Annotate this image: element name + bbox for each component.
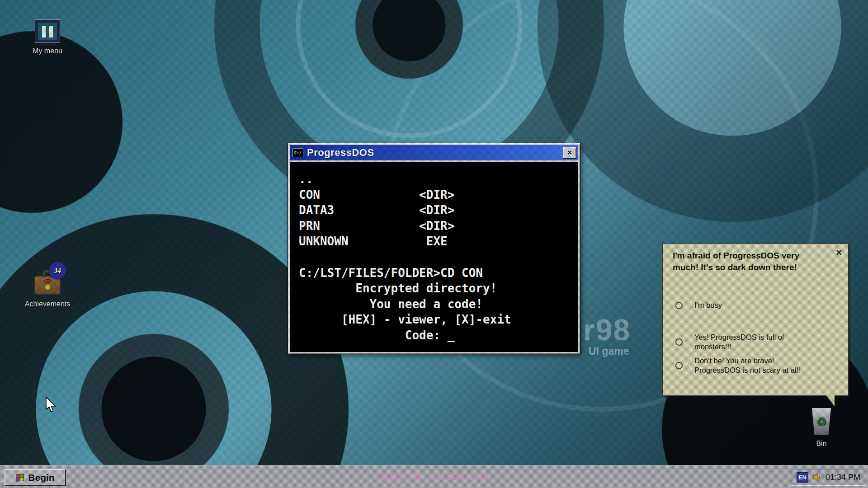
close-button[interactable]: × (563, 147, 576, 159)
msdos-icon: C:/ (292, 148, 303, 157)
popup-option-label: I'm busy (694, 300, 722, 310)
terminal-screen[interactable]: .. CON <DIR> DATA3 <DIR> PRN <DIR> UNKNO… (290, 162, 578, 352)
desktop-icon-bin[interactable]: ♻ Bin (797, 408, 846, 448)
window-title: ProgressDOS (307, 147, 374, 159)
watermark-text: 最稳定下载：CNLEDU.COM (0, 472, 868, 483)
desktop-icon-my-menu[interactable]: My menu (18, 20, 77, 55)
desktop: r98 UI game My menu 34 Achievements ♻ Bi… (0, 0, 868, 488)
window-titlebar[interactable]: C:/ ProgressDOS × (290, 145, 578, 160)
tray-clock: 01:34 PM (826, 473, 860, 482)
wallpaper-subtitle-text: UI game (589, 345, 629, 357)
radio-button[interactable] (675, 302, 683, 309)
system-tray: EN 01:34 PM (792, 469, 865, 486)
popup-speech-tail (826, 394, 835, 406)
popup-option-yes-monsters[interactable]: Yes! ProgressDOS is full of monsters!!! (675, 333, 802, 352)
taskbar: Begin 最稳定下载：CNLEDU.COM EN 01:34 PM (0, 465, 868, 488)
desktop-icon-achievements[interactable]: 34 Achievements (18, 270, 77, 308)
recycle-bin-icon: ♻ (811, 408, 832, 435)
my-menu-icon (35, 20, 60, 42)
radio-button[interactable] (675, 338, 683, 346)
achievements-count-badge: 34 (49, 262, 66, 279)
my-menu-label: My menu (18, 47, 77, 55)
popup-option-label: Yes! ProgressDOS is full of monsters!!! (694, 333, 802, 352)
achievements-briefcase-icon: 34 (32, 270, 63, 296)
popup-option-im-busy[interactable]: I'm busy (675, 300, 722, 310)
popup-option-label: Don't be! You are brave! ProgressDOS is … (694, 356, 802, 375)
language-indicator[interactable]: EN (797, 472, 808, 483)
wallpaper-brand-text: r98 (583, 313, 631, 347)
bin-label: Bin (797, 440, 846, 448)
popup-option-dont-be[interactable]: Don't be! You are brave! ProgressDOS is … (675, 356, 802, 375)
assistant-popup: I'm afraid of ProgressDOS very much! It'… (662, 244, 849, 396)
popup-close-icon[interactable]: × (836, 248, 842, 258)
volume-speaker-icon[interactable] (812, 473, 821, 482)
radio-button[interactable] (675, 362, 683, 369)
progressdos-window: C:/ ProgressDOS × .. CON <DIR> DATA3 <DI… (288, 143, 580, 354)
mouse-cursor-icon (45, 397, 58, 415)
popup-message: I'm afraid of ProgressDOS very much! It'… (673, 250, 802, 273)
terminal-output: .. CON <DIR> DATA3 <DIR> PRN <DIR> UNKNO… (299, 171, 578, 343)
recycle-icon: ♻ (816, 416, 826, 427)
achievements-label: Achievements (18, 300, 77, 308)
close-icon: × (567, 148, 572, 157)
